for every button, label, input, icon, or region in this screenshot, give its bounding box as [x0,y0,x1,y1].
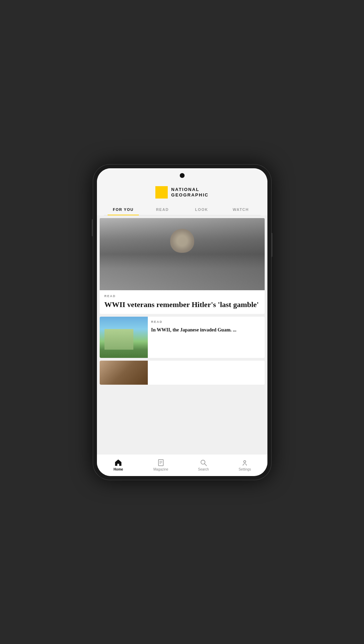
tab-for-you[interactable]: FOR YOU [104,204,143,215]
nat-geo-logo-box [155,186,168,199]
home-icon [114,459,122,466]
soldier-image [100,218,265,290]
article-label-1: READ [104,294,260,298]
bottom-nav-settings[interactable]: Settings [234,457,255,473]
article-title-1: WWII veterans remember Hitler's 'last ga… [104,300,260,309]
tab-watch[interactable]: WATCH [221,204,261,215]
bottom-nav: Home Magazine [97,454,267,476]
search-icon [200,459,207,466]
power-button [272,233,273,257]
nav-tabs: FOR YOU READ LOOK WATCH [104,204,261,215]
partial-image [100,361,148,385]
bottom-nav-home[interactable]: Home [109,457,128,473]
bottom-nav-home-label: Home [113,467,123,471]
bottom-nav-settings-label: Settings [239,467,251,471]
logo-container: NATIONAL GEOGRAPHIC [155,186,209,199]
article-image-small [100,317,148,358]
bottom-nav-search[interactable]: Search [194,457,213,473]
app-header: NATIONAL GEOGRAPHIC FOR YOU READ LOOK [97,181,267,215]
tab-read[interactable]: READ [143,204,182,215]
magazine-icon [157,459,165,466]
article-image-large [100,218,265,290]
app-content: NATIONAL GEOGRAPHIC FOR YOU READ LOOK [97,181,267,454]
bottom-nav-magazine-label: Magazine [153,467,168,471]
guam-image [100,317,148,358]
article-label-2: READ [151,320,261,324]
article-card-large[interactable]: READ WWII veterans remember Hitler's 'la… [100,218,265,314]
article-card-small[interactable]: READ In WWII, the Japanese invaded Guam.… [100,317,265,358]
article-card-partial[interactable] [100,361,265,385]
settings-icon [241,459,249,466]
camera-notch [180,173,185,178]
bottom-nav-search-label: Search [198,467,209,471]
logo-title-line1: NATIONAL [171,187,209,192]
svg-rect-0 [158,460,163,466]
tab-look[interactable]: LOOK [182,204,221,215]
phone-frame: NATIONAL GEOGRAPHIC FOR YOU READ LOOK [93,164,272,480]
logo-title-line2: GEOGRAPHIC [171,192,209,198]
article-card-small-meta: READ In WWII, the Japanese invaded Guam.… [148,317,265,358]
bottom-nav-magazine[interactable]: Magazine [149,457,172,473]
phone-screen: NATIONAL GEOGRAPHIC FOR YOU READ LOOK [97,168,267,476]
logo-text: NATIONAL GEOGRAPHIC [171,187,209,197]
volume-button [92,219,93,236]
article-title-2: In WWII, the Japanese invaded Guam. ... [151,327,261,333]
svg-line-5 [205,464,207,466]
svg-point-6 [244,461,246,463]
article-card-meta: READ WWII veterans remember Hitler's 'la… [100,290,265,314]
feed: READ WWII veterans remember Hitler's 'la… [97,215,267,454]
